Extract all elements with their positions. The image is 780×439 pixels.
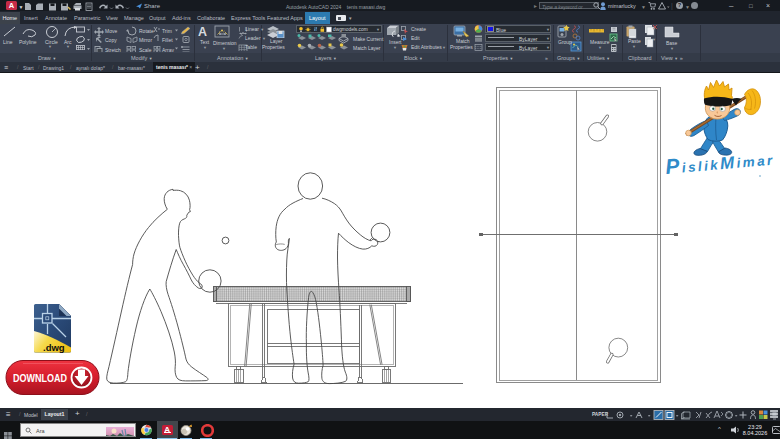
svg-text:Rotate: Rotate [139, 28, 154, 34]
svg-text:Stretch: Stretch [105, 47, 121, 53]
svg-text:Copy: Copy [105, 37, 117, 43]
svg-text:DOWNLOAD: DOWNLOAD [13, 372, 67, 384]
svg-text:Scale: Scale [139, 47, 152, 53]
svg-text:Trim: Trim [162, 28, 172, 34]
svg-text:Array: Array [162, 47, 174, 53]
svg-text:.dwg: .dwg [43, 342, 65, 353]
svg-text:Fillet: Fillet [162, 37, 173, 43]
svg-text:Move: Move [105, 28, 117, 34]
svg-text:Mirror: Mirror [139, 37, 152, 43]
